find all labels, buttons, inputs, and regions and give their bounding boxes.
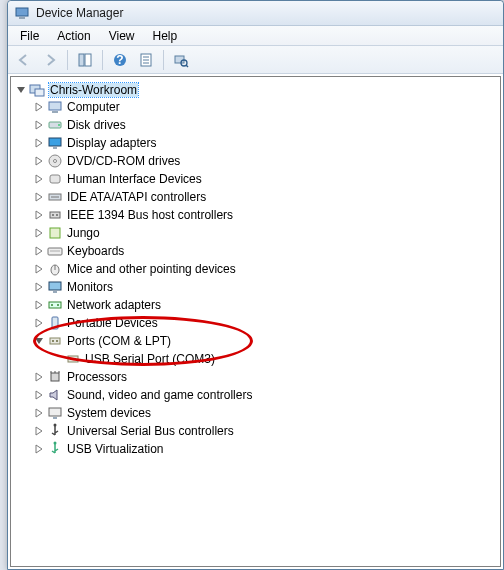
toolbar-separator: [163, 50, 164, 70]
tree-node-label: Monitors: [67, 280, 113, 294]
expand-icon[interactable]: [33, 317, 45, 329]
expand-icon[interactable]: [33, 263, 45, 275]
svg-rect-40: [50, 338, 60, 344]
svg-rect-29: [50, 228, 60, 238]
monitor-icon: [47, 279, 63, 295]
tree-node-label: Processors: [67, 370, 127, 384]
tree-node-label: Display adapters: [67, 136, 156, 150]
toolbar: ?: [8, 46, 503, 74]
display-icon: [47, 135, 63, 151]
help-button[interactable]: ?: [108, 48, 132, 72]
tree-leaf-label: USB Serial Port (COM3): [85, 352, 215, 366]
sound-icon: [47, 387, 63, 403]
show-hide-tree-button[interactable]: [73, 48, 97, 72]
ieee-icon: [47, 207, 63, 223]
tree-node[interactable]: Sound, video and game controllers: [31, 386, 498, 404]
svg-rect-44: [70, 358, 72, 360]
svg-rect-50: [49, 408, 61, 416]
svg-rect-35: [53, 291, 57, 293]
tree-root-node[interactable]: Chris-Workroom: [13, 81, 498, 98]
tree-node[interactable]: IEEE 1394 Bus host controllers: [31, 206, 498, 224]
svg-rect-46: [51, 373, 59, 381]
tree-node[interactable]: Ports (COM & LPT): [31, 332, 498, 350]
tree-node-label: DVD/CD-ROM drives: [67, 154, 180, 168]
tree-node-label: Universal Serial Bus controllers: [67, 424, 234, 438]
system-icon: [47, 405, 63, 421]
expand-icon[interactable]: [33, 425, 45, 437]
tree-node[interactable]: Universal Serial Bus controllers: [31, 422, 498, 440]
expand-icon[interactable]: [33, 443, 45, 455]
expand-icon[interactable]: [33, 299, 45, 311]
expand-icon[interactable]: [33, 137, 45, 149]
svg-rect-39: [52, 317, 58, 329]
expand-icon[interactable]: [33, 119, 45, 131]
svg-rect-36: [49, 302, 61, 308]
tree-node-label: Human Interface Devices: [67, 172, 202, 186]
tree-node[interactable]: Human Interface Devices: [31, 170, 498, 188]
svg-rect-1: [19, 17, 25, 19]
expand-icon[interactable]: [33, 101, 45, 113]
tree-node[interactable]: Network adapters: [31, 296, 498, 314]
tree-node[interactable]: System devices: [31, 404, 498, 422]
tree-node-label: Sound, video and game controllers: [67, 388, 252, 402]
app-icon: [14, 5, 30, 21]
tree-node-label: Ports (COM & LPT): [67, 334, 171, 348]
usbv-icon: [47, 441, 63, 457]
tree-node[interactable]: Mice and other pointing devices: [31, 260, 498, 278]
window-title: Device Manager: [36, 6, 123, 20]
scan-hardware-button[interactable]: [169, 48, 193, 72]
expand-icon[interactable]: [33, 245, 45, 257]
tree-leaf[interactable]: USB Serial Port (COM3): [49, 350, 498, 368]
collapse-icon[interactable]: [15, 84, 27, 96]
menu-view[interactable]: View: [101, 28, 143, 44]
svg-point-28: [56, 214, 58, 216]
tree-node[interactable]: Keyboards: [31, 242, 498, 260]
tree-node[interactable]: Monitors: [31, 278, 498, 296]
expand-icon[interactable]: [33, 227, 45, 239]
tree-node-label: IEEE 1394 Bus host controllers: [67, 208, 233, 222]
tree-node[interactable]: Disk drives: [31, 116, 498, 134]
expand-icon[interactable]: [33, 371, 45, 383]
mouse-icon: [47, 261, 63, 277]
expand-icon[interactable]: [33, 155, 45, 167]
svg-rect-19: [49, 138, 61, 146]
expand-icon[interactable]: [33, 281, 45, 293]
tree-node[interactable]: IDE ATA/ATAPI controllers: [31, 188, 498, 206]
tree-root-label: Chris-Workroom: [49, 83, 138, 97]
expand-icon[interactable]: [33, 407, 45, 419]
svg-rect-41: [52, 340, 54, 342]
expand-icon[interactable]: [33, 389, 45, 401]
tree-node[interactable]: Processors: [31, 368, 498, 386]
forward-button: [38, 48, 62, 72]
menu-help[interactable]: Help: [145, 28, 186, 44]
port-icon: [47, 333, 63, 349]
expand-icon[interactable]: [33, 335, 45, 347]
tree-node[interactable]: Display adapters: [31, 134, 498, 152]
jungo-icon: [47, 225, 63, 241]
tree-node[interactable]: USB Virtualization: [31, 440, 498, 458]
tree-node[interactable]: Computer: [31, 98, 498, 116]
tree-pane[interactable]: Chris-Workroom Computer Disk drives Disp…: [10, 76, 501, 567]
svg-rect-16: [52, 111, 58, 113]
svg-point-18: [58, 124, 60, 126]
tree-node-label: USB Virtualization: [67, 442, 164, 456]
tree-node-label: System devices: [67, 406, 151, 420]
svg-rect-0: [16, 8, 28, 16]
svg-rect-20: [53, 147, 57, 149]
svg-rect-51: [53, 417, 57, 419]
expand-icon[interactable]: [33, 209, 45, 221]
tree-node[interactable]: DVD/CD-ROM drives: [31, 152, 498, 170]
title-bar[interactable]: Device Manager: [8, 1, 503, 26]
properties-button[interactable]: [134, 48, 158, 72]
expand-icon[interactable]: [33, 191, 45, 203]
menu-action[interactable]: Action: [49, 28, 98, 44]
tree-node[interactable]: Portable Devices: [31, 314, 498, 332]
tree-node-label: Mice and other pointing devices: [67, 262, 236, 276]
tree-node[interactable]: Jungo: [31, 224, 498, 242]
svg-rect-2: [79, 54, 84, 66]
disk-icon: [47, 117, 63, 133]
tree-node-label: Keyboards: [67, 244, 124, 258]
svg-rect-43: [68, 356, 78, 362]
menu-file[interactable]: File: [12, 28, 47, 44]
expand-icon[interactable]: [33, 173, 45, 185]
